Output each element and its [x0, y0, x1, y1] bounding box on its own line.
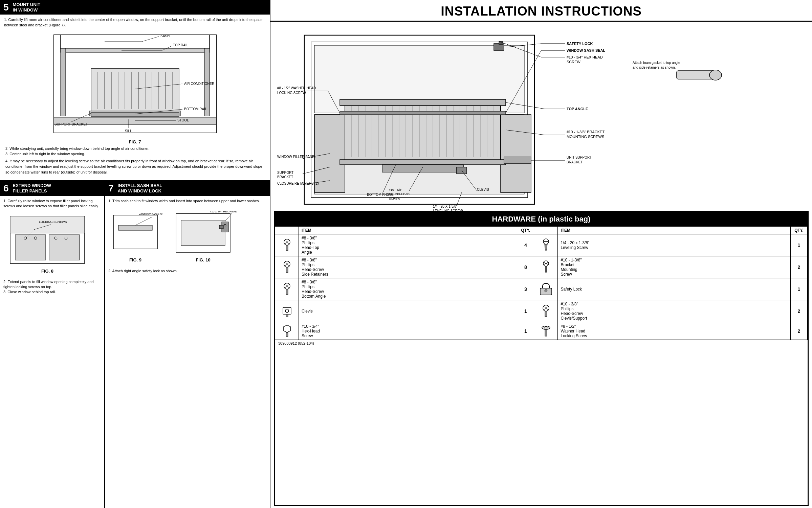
- svg-rect-81: [340, 160, 506, 165]
- hardware-table: ITEM QTY. ITEM QTY. #8 - 3/8" Phillips H…: [275, 226, 808, 340]
- fig8-area: LOCKING SCREWS FIG. 8: [3, 211, 101, 277]
- fig8-label: FIG. 8: [41, 268, 53, 274]
- section7-title: INSTALL SASH SEAL AND WINDOW LOCK: [118, 183, 162, 193]
- diag-support-bracket: SUPPORT: [277, 171, 293, 175]
- diag-safety-lock: SAFETY LOCK: [567, 42, 593, 46]
- fig8-svg: LOCKING SCREWS: [3, 213, 91, 267]
- diag-window-sash-seal: WINDOW SASH SEAL: [567, 48, 606, 52]
- section5-header: 5 MOUNT UNIT IN WINDOW: [0, 0, 270, 15]
- hw-item-left: Clevis: [299, 300, 517, 322]
- svg-rect-142: [286, 314, 288, 317]
- svg-text:ROUND-HEAD: ROUND-HEAD: [389, 192, 410, 196]
- col-icon-left: [275, 227, 299, 234]
- fig8-block: LOCKING SCREWS FIG. 8: [3, 213, 91, 276]
- section7: 7 INSTALL SASH SEAL AND WINDOW LOCK 1. T…: [105, 181, 270, 508]
- diag-washer-screw: #8 - 1/2" WASHER HEAD: [277, 86, 316, 90]
- svg-rect-17: [91, 113, 179, 117]
- hw-item-left: #10 - 3/4" Hex-Head Screw: [299, 322, 517, 340]
- section5-title: MOUNT UNIT IN WINDOW: [13, 2, 41, 13]
- fig10-label: FIG. 10: [196, 257, 210, 263]
- fig10-block: #10 X 3/4" HEX HEAD SCREW FIG. 10: [169, 208, 237, 264]
- svg-rect-80: [501, 115, 531, 192]
- svg-rect-137: [286, 289, 288, 295]
- svg-point-97: [709, 70, 722, 80]
- section7-header: 7 INSTALL SASH SEAL AND WINDOW LOCK: [105, 181, 270, 195]
- section6-title: EXTEND WINDOW FILLER PANELS: [13, 183, 51, 193]
- sash-label: SASH: [160, 34, 170, 38]
- diag-unit-support-bracket: UNIT SUPPORT: [567, 156, 592, 159]
- section5: 5 MOUNT UNIT IN WINDOW 1. Carefully lift…: [0, 0, 270, 181]
- section5-body: 1. Carefully lift room air conditioner a…: [0, 15, 270, 180]
- svg-line-49: [225, 213, 232, 221]
- col-qty-left: QTY.: [517, 227, 534, 234]
- hw-icon-left: [275, 278, 299, 300]
- svg-rect-129: [286, 267, 288, 273]
- table-row: Clevis1#10 - 3/8" Phillips Head-Screw Cl…: [275, 300, 808, 322]
- section6: 6 EXTEND WINDOW FILLER PANELS 1. Careful…: [0, 181, 105, 508]
- svg-line-42: [135, 217, 152, 225]
- svg-text:LOCKING SCREW: LOCKING SCREW: [277, 91, 306, 95]
- hw-qty-right: 1: [791, 278, 808, 300]
- hw-icon-right: [534, 234, 558, 256]
- hw-item-right: 1/4 - 20 x 1-3/8" Leveling Screw: [558, 234, 791, 256]
- svg-rect-133: [545, 266, 547, 272]
- hw-item-left: #8 - 3/8" Phillips Head-Screw Bottom Ang…: [299, 278, 517, 300]
- hw-item-right: #10 - 1-3/8" Bracket Mounting Screw: [558, 256, 791, 278]
- svg-text:#10 X 3/4" HEX HEAD SCREW: #10 X 3/4" HEX HEAD SCREW: [210, 210, 237, 213]
- hardware-section: HARDWARE (in plastic bag) ITEM QTY. ITEM…: [274, 211, 809, 506]
- svg-rect-31: [10, 216, 85, 233]
- section6-instructions: 2. Extend panels to fill window opening …: [3, 279, 101, 295]
- svg-rect-122: [286, 245, 288, 251]
- svg-text:BRACKET: BRACKET: [567, 160, 583, 164]
- svg-text:LEVELING SCREW: LEVELING SCREW: [433, 209, 463, 211]
- hw-item-right: #8 - 1/2" Washer Head Locking Screw: [558, 322, 791, 340]
- diag-bracket-screws: #10 - 1-3/8" BRACKET: [567, 130, 605, 134]
- hw-icon-left: [275, 300, 299, 322]
- hw-icon-right: [534, 322, 558, 340]
- svg-rect-45: [181, 220, 225, 246]
- section7-body: 1. Trim sash seal to fit window width an…: [105, 196, 270, 508]
- diag-top-angle: TOP ANGLE: [567, 107, 588, 111]
- fig7-label: FIG. 7: [4, 139, 266, 144]
- fig10-svg: #10 X 3/4" HEX HEAD SCREW: [169, 208, 237, 256]
- hardware-table-wrap: ITEM QTY. ITEM QTY. #8 - 3/8" Phillips H…: [275, 226, 808, 340]
- table-row: #8 - 3/8" Phillips Head-Top Angle41/4 - …: [275, 234, 808, 256]
- col-icon-right: [534, 227, 558, 234]
- svg-text:MOUNTING SCREWS: MOUNTING SCREWS: [567, 135, 604, 139]
- svg-rect-82: [382, 165, 463, 172]
- hw-icon-left: [275, 322, 299, 340]
- svg-rect-19: [61, 48, 66, 116]
- hw-item-left: #8 - 3/8" Phillips Head-Top Angle: [299, 234, 517, 256]
- svg-point-141: [285, 309, 289, 313]
- hw-qty-right: 2: [791, 256, 808, 278]
- col-item-left: ITEM: [299, 227, 517, 234]
- section5-number: 5: [3, 3, 9, 12]
- svg-rect-140: [283, 307, 291, 314]
- fig9-svg: WINDOW SASH SEAL: [108, 208, 162, 256]
- svg-rect-146: [545, 311, 547, 317]
- svg-rect-40: [113, 215, 157, 249]
- svg-rect-78: [340, 99, 506, 106]
- fig7-svg: SASH TOP RAIL AIR CONDITIONER STOOL BOTT…: [37, 31, 233, 136]
- diag-hex-screw: #10 - 3/4" HEX HEAD: [567, 55, 603, 59]
- svg-marker-147: [284, 325, 290, 332]
- locking-screws-label: LOCKING SCREWS: [39, 220, 67, 224]
- fig9-label: FIG. 9: [129, 257, 141, 263]
- section7-number: 7: [108, 184, 114, 193]
- right-content: WINDOW SASH SEAL SAFETY LOCK #10 - 3/4" …: [270, 22, 812, 508]
- diag-foam-gasket: Attach foam gasket to top angle: [633, 61, 680, 65]
- section5-intro: 1. Carefully lift room air conditioner a…: [4, 17, 266, 28]
- svg-rect-41: [118, 225, 152, 230]
- svg-rect-47: [219, 225, 223, 229]
- fig7-area: SASH TOP RAIL AIR CONDITIONER STOOL BOTT…: [4, 30, 266, 138]
- bottom-row: 6 EXTEND WINDOW FILLER PANELS 1. Careful…: [0, 181, 270, 508]
- hw-icon-right: [534, 278, 558, 300]
- svg-line-22: [142, 37, 159, 42]
- ac-label: AIR CONDITIONER: [184, 82, 214, 86]
- diag-filler-panel: WINDOW FILLER PANEL: [277, 155, 316, 159]
- svg-text:WINDOW SASH SEAL: WINDOW SASH SEAL: [139, 213, 162, 216]
- diag-closure-retainers: CLOSURE RETAINERS (2): [277, 182, 319, 185]
- svg-rect-148: [286, 332, 288, 337]
- hw-qty-left: 4: [517, 234, 534, 256]
- svg-rect-87: [499, 41, 503, 45]
